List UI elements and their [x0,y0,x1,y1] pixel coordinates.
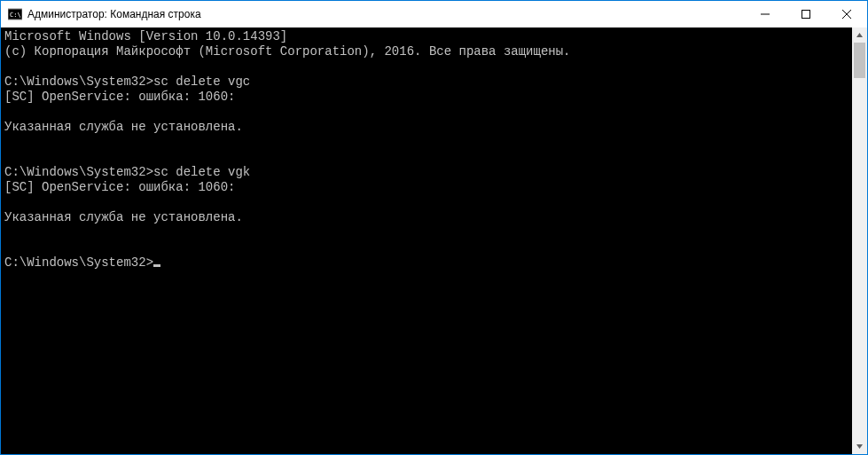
terminal-line: [SC] OpenService: ошибка: 1060: [4,180,235,194]
close-button[interactable] [826,1,867,27]
terminal-prompt: C:\Windows\System32> [4,255,153,270]
svg-text:C:\: C:\ [10,12,21,19]
terminal-line: (c) Корпорация Майкрософт (Microsoft Cor… [4,44,571,59]
terminal-line: [SC] OpenService: ошибка: 1060: [4,90,235,104]
scrollbar-track[interactable] [852,43,867,439]
window-title: Администратор: Командная строка [27,8,745,20]
terminal-line: C:\Windows\System32>sc delete vgk [4,165,250,179]
titlebar[interactable]: C:\ Администратор: Командная строка [1,1,867,27]
client-area: Microsoft Windows [Version 10.0.14393] (… [1,27,867,454]
vertical-scrollbar[interactable] [852,27,867,454]
cmd-icon: C:\ [8,7,22,21]
scroll-down-button[interactable] [852,439,867,454]
minimize-button[interactable] [745,1,786,27]
svg-marker-7 [856,444,863,449]
window-controls [745,1,867,27]
svg-rect-3 [802,11,810,19]
scroll-up-button[interactable] [852,27,867,43]
maximize-button[interactable] [786,1,826,27]
terminal-line: Указанная служба не установлена. [4,210,243,224]
command-prompt-window: C:\ Администратор: Командная строка Micr… [0,0,868,455]
terminal-line: C:\Windows\System32>sc delete vgc [4,75,250,89]
svg-marker-6 [856,33,863,37]
terminal-line: Microsoft Windows [Version 10.0.14393] [4,29,287,43]
cursor [153,264,160,267]
terminal-output[interactable]: Microsoft Windows [Version 10.0.14393] (… [1,27,852,454]
scrollbar-thumb[interactable] [854,43,865,78]
terminal-line: Указанная служба не установлена. [4,120,243,134]
